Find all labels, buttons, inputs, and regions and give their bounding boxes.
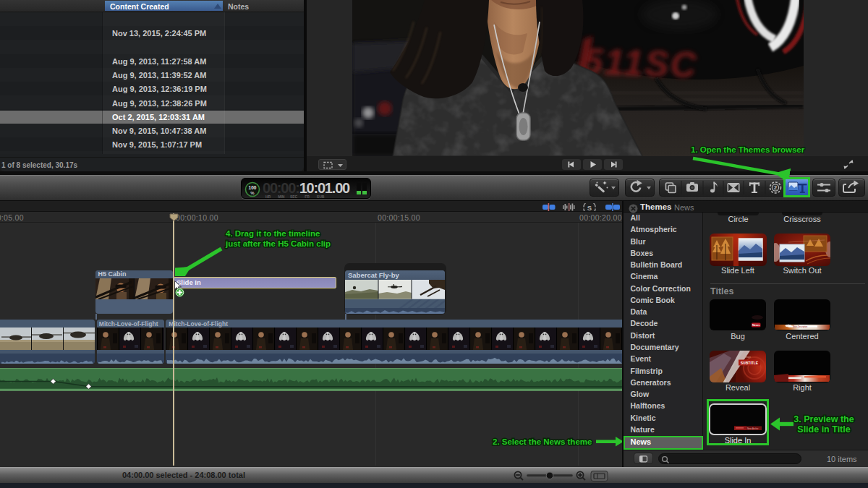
svg-text:News Anchor: News Anchor [747, 427, 758, 429]
svg-text:100: 100 [249, 184, 257, 189]
svg-text:S: S [587, 204, 592, 212]
svg-text:SUBTITLE: SUBTITLE [741, 360, 759, 364]
svg-text:2: 2 [774, 184, 778, 191]
svg-text:News: News [752, 323, 760, 327]
svg-text:%: % [250, 190, 255, 194]
svg-text:News Description: News Description [793, 325, 808, 328]
svg-text:Image: Image [745, 355, 752, 358]
